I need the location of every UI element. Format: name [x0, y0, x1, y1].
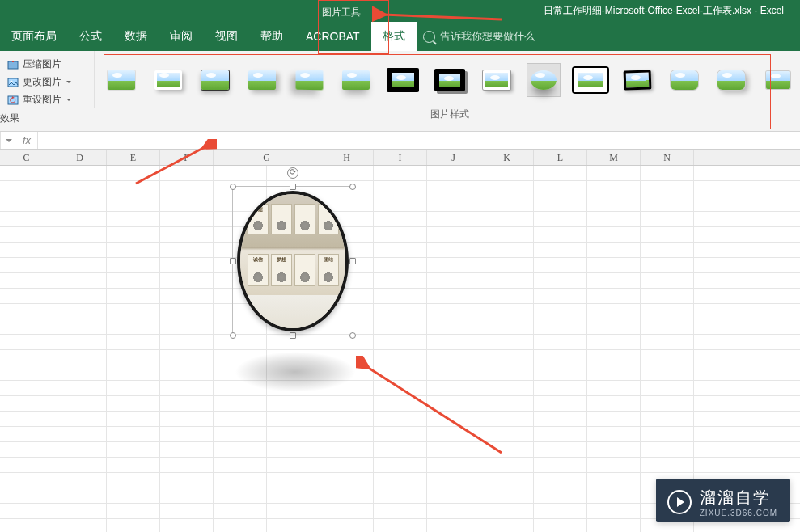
picture-styles-gallery: 图片样式 — [95, 51, 800, 121]
rotate-handle[interactable] — [287, 167, 298, 179]
picture-style-6[interactable] — [339, 63, 373, 97]
watermark-main: 溜溜自学 — [700, 487, 777, 509]
column-header-N[interactable]: N — [641, 150, 694, 165]
fx-button[interactable]: fx — [16, 132, 38, 149]
namebox-dropdown[interactable] — [0, 132, 16, 149]
watermark-sub: ZIXUE.3D66.COM — [700, 509, 777, 517]
column-header-M[interactable]: M — [587, 150, 641, 165]
poster: 团结 — [318, 254, 339, 286]
picture-style-2[interactable] — [151, 63, 185, 97]
column-header-J[interactable]: J — [427, 150, 480, 165]
tell-me-search[interactable]: 告诉我你想要做什么 — [423, 22, 535, 51]
ribbon: 效果 压缩图片 更改图片 重设图片 — [0, 51, 800, 132]
picture-styles-label: 图片样式 — [104, 103, 795, 121]
resize-handle-ne[interactable] — [349, 184, 356, 190]
formula-input[interactable] — [38, 132, 800, 149]
watermark: 溜溜自学 ZIXUE.3D66.COM — [656, 479, 790, 522]
resize-handle-sw[interactable] — [230, 332, 236, 339]
compress-pictures-button[interactable]: 压缩图片 — [3, 57, 91, 72]
tab-help[interactable]: 帮助 — [249, 22, 294, 51]
column-header-K[interactable]: K — [480, 150, 534, 165]
formula-bar: fx — [0, 132, 800, 150]
column-headers: CDEFGHIJKLMN — [0, 150, 800, 166]
resize-handle-nw[interactable] — [230, 184, 236, 190]
picture-style-7[interactable] — [386, 63, 420, 97]
column-header-I[interactable]: I — [374, 150, 427, 165]
title-bar: 图片工具 日常工作明细-Microsoft-Office-Excel-工作表.x… — [0, 0, 800, 22]
picture-style-12[interactable] — [620, 63, 654, 97]
tab-page-layout[interactable]: 页面布局 — [0, 22, 68, 51]
tab-data[interactable]: 数据 — [113, 22, 159, 51]
tab-acrobat[interactable]: ACROBAT — [294, 22, 371, 51]
reset-picture-icon — [6, 94, 19, 107]
play-circle-icon — [667, 490, 692, 514]
picture-style-11[interactable] — [574, 63, 607, 97]
tab-format[interactable]: 格式 — [371, 22, 417, 51]
resize-handle-se[interactable] — [349, 332, 356, 339]
column-header-C[interactable]: C — [0, 150, 53, 165]
poster — [294, 204, 315, 234]
compress-icon — [6, 58, 19, 71]
picture-style-8[interactable] — [433, 63, 467, 97]
oval-picture-content: 梦想 诚信梦想团结 — [237, 191, 349, 331]
picture-style-13[interactable] — [667, 63, 701, 97]
effects-label-partial: 效果 — [0, 112, 19, 125]
resize-handle-w[interactable] — [230, 258, 236, 264]
chevron-down-icon — [66, 99, 71, 101]
picture-tools-title: 图片工具 — [315, 0, 367, 22]
column-header-H[interactable]: H — [320, 150, 374, 165]
tell-me-label: 告诉我你想要做什么 — [440, 29, 535, 44]
picture-style-15[interactable] — [761, 63, 795, 97]
column-header-D[interactable]: D — [53, 150, 107, 165]
worksheet-grid[interactable]: 梦想 诚信梦想团结 — [0, 166, 800, 532]
reset-picture-button[interactable]: 重设图片 — [3, 92, 91, 108]
picture-style-oval-selected[interactable] — [527, 63, 561, 97]
poster: 诚信 — [248, 254, 269, 286]
change-picture-button[interactable]: 更改图片 — [3, 74, 91, 90]
chevron-down-icon — [66, 81, 71, 83]
column-header-E[interactable]: E — [107, 150, 160, 165]
column-header-G[interactable]: G — [214, 150, 320, 165]
tab-review[interactable]: 审阅 — [159, 22, 204, 51]
change-picture-icon — [6, 76, 19, 89]
column-header-L[interactable]: L — [534, 150, 587, 165]
window-title: 日常工作明细-Microsoft-Office-Excel-工作表.xlsx -… — [544, 0, 784, 22]
picture-shadow — [235, 352, 356, 392]
picture-style-5[interactable] — [292, 63, 326, 97]
selected-picture[interactable]: 梦想 诚信梦想团结 — [232, 186, 353, 336]
resize-handle-e[interactable] — [349, 258, 356, 264]
resize-handle-s[interactable] — [290, 332, 296, 339]
picture-style-3[interactable] — [198, 63, 232, 97]
picture-style-4[interactable] — [245, 63, 279, 97]
column-header-F[interactable]: F — [160, 150, 214, 165]
picture-style-1[interactable] — [104, 63, 138, 97]
chevron-down-icon — [6, 139, 12, 142]
adjust-group: 效果 压缩图片 更改图片 重设图片 — [0, 51, 95, 108]
bulb-icon — [423, 31, 435, 43]
picture-style-9[interactable] — [480, 63, 514, 97]
tab-formulas[interactable]: 公式 — [68, 22, 113, 51]
resize-handle-n[interactable] — [290, 184, 296, 190]
poster — [271, 204, 292, 234]
poster — [294, 254, 315, 286]
picture-style-14[interactable] — [714, 63, 748, 97]
ribbon-tabs: 页面布局 公式 数据 审阅 视图 帮助 ACROBAT 格式 告诉我你想要做什么 — [0, 22, 800, 51]
tab-view[interactable]: 视图 — [204, 22, 249, 51]
poster: 梦想 — [271, 254, 292, 286]
